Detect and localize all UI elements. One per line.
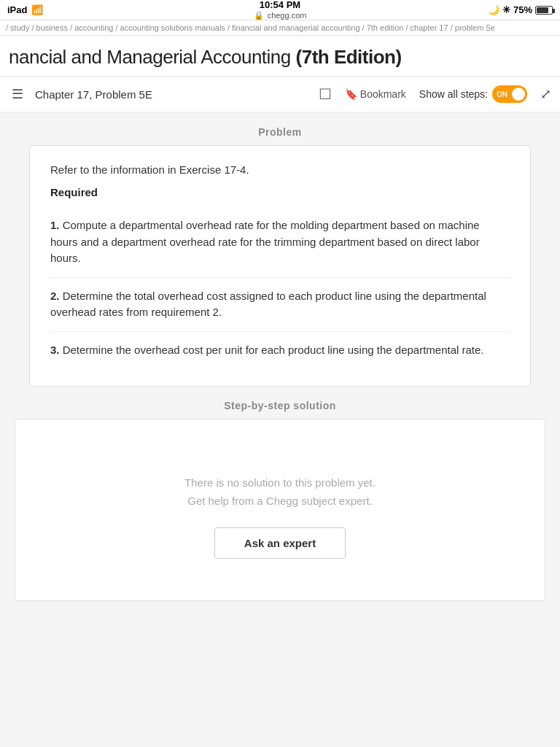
main-content: Problem ‹ Refer to the information in Ex…: [0, 113, 560, 616]
bookmark-icon: 🔖: [345, 88, 357, 100]
toolbar-icons: ☐ 🔖 Bookmark Show all steps: ON ⤢: [319, 85, 551, 103]
page-title: nancial and Managerial Accounting (7th E…: [9, 46, 551, 69]
edition-label: (7th Edition): [296, 46, 402, 68]
problem-intro: Refer to the information in Exercise 17-…: [50, 163, 510, 176]
expand-icon[interactable]: ⤢: [540, 86, 551, 102]
status-left: iPad 📶: [7, 4, 43, 15]
item-3-number: 3.: [50, 344, 60, 356]
battery-percent: 75%: [513, 4, 532, 15]
device-label: iPad: [7, 4, 27, 15]
item-1-text: Compute a departmental overhead rate for…: [50, 219, 480, 264]
bluetooth-icon: ✳: [502, 4, 510, 15]
status-bar: iPad 📶 10:54 PM 🔒 chegg.com 🌙 ✳ 75%: [0, 0, 560, 20]
lock-icon: 🔒: [254, 11, 264, 20]
chapter-problem-label: Chapter 17, Problem 5E: [35, 88, 310, 101]
no-solution-text-1: There is no solution to this problem yet…: [184, 476, 376, 489]
url-display: 🔒 chegg.com: [254, 11, 307, 20]
phone-icon[interactable]: ☐: [319, 85, 332, 103]
hamburger-icon[interactable]: ☰: [9, 83, 26, 105]
show-steps-area: Show all steps: ON: [419, 85, 527, 103]
problem-section-label: Problem: [0, 113, 560, 145]
item-3-text: Determine the overhead cost per unit for…: [63, 344, 484, 356]
problem-card: Refer to the information in Exercise 17-…: [29, 145, 531, 387]
time-display: 10:54 PM: [260, 0, 300, 11]
status-right: 🌙 ✳ 75%: [488, 4, 553, 15]
page-title-bar: nancial and Managerial Accounting (7th E…: [0, 36, 560, 77]
battery-icon: [535, 6, 553, 15]
problem-item-2: 2. Determine the total overhead cost ass…: [50, 278, 510, 332]
item-2-number: 2.: [50, 290, 60, 302]
ask-expert-button[interactable]: Ask an expert: [214, 527, 346, 559]
bookmark-button[interactable]: 🔖 Bookmark: [345, 88, 406, 100]
item-1-number: 1.: [50, 219, 60, 231]
solution-card: There is no solution to this problem yet…: [15, 419, 545, 601]
status-center: 10:54 PM 🔒 chegg.com: [254, 0, 307, 20]
solution-section-label: Step-by-step solution: [0, 387, 560, 419]
problem-item-1: 1. Compute a departmental overhead rate …: [50, 207, 510, 278]
breadcrumb: / study / business / accounting / accoun…: [0, 20, 560, 36]
problem-item-3: 3. Determine the overhead cost per unit …: [50, 332, 510, 369]
toolbar: ☰ Chapter 17, Problem 5E ☐ 🔖 Bookmark Sh…: [0, 77, 560, 113]
no-solution-text-2: Get help from a Chegg subject expert.: [187, 495, 372, 507]
moon-icon: 🌙: [488, 4, 499, 15]
toggle-knob: [512, 88, 525, 101]
show-steps-toggle[interactable]: ON: [492, 85, 527, 103]
wifi-icon: 📶: [31, 4, 43, 15]
required-label: Required: [50, 186, 510, 198]
item-2-text: Determine the total overhead cost assign…: [50, 290, 486, 319]
